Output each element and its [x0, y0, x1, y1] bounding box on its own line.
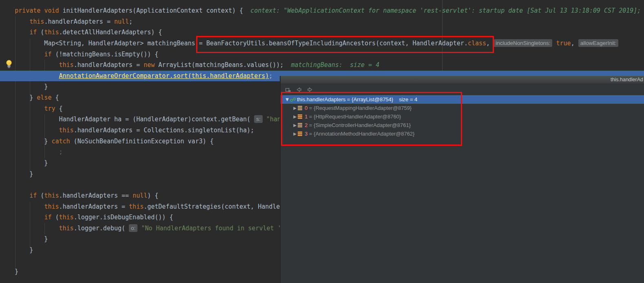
code-token: this — [129, 203, 144, 210]
code-token: } — [0, 246, 33, 254]
code-token: } — [0, 235, 48, 243]
code-token: } — [0, 268, 18, 275]
code-token — [0, 51, 44, 58]
code-token: else — [37, 94, 51, 101]
code-token: null — [114, 18, 129, 25]
code-token: } — [0, 94, 37, 101]
code-token: if — [29, 192, 37, 199]
code-token: { — [51, 94, 59, 101]
code-token: .handlerAdapters = — [44, 18, 114, 25]
code-token: try — [44, 105, 55, 112]
debugger-inline-hint: matchingBeans: size = 4 — [291, 61, 379, 69]
code-line[interactable]: this.handlerAdapters = null; — [0, 16, 644, 27]
code-token: this — [59, 214, 74, 221]
code-token — [0, 192, 29, 199]
code-token: if — [29, 29, 37, 36]
code-token: ( — [51, 214, 59, 221]
code-token: ( — [37, 192, 44, 199]
code-token — [0, 18, 29, 25]
code-token: ; — [129, 18, 133, 25]
code-token: void — [44, 7, 59, 14]
code-line[interactable]: this.handlerAdapters = new ArrayList(mat… — [0, 60, 644, 71]
code-token: , — [571, 40, 578, 47]
code-token: null — [133, 192, 147, 199]
parameter-hint-chip: o: — [129, 224, 137, 232]
debugger-inline-hint: context: "WebApplicationContext for name… — [250, 7, 644, 14]
code-token — [0, 127, 59, 134]
annotation-box-code — [196, 36, 494, 53]
parameter-hint-chip: s: — [254, 115, 263, 123]
code-token: this — [44, 29, 59, 36]
code-token: .getDefaultStrategies(context, HandlerA — [144, 203, 287, 210]
code-token: "No HandlerAdapters found in servlet '" — [141, 225, 285, 232]
code-token — [263, 116, 266, 123]
code-token: .detectAllHandlerAdapters) { — [59, 29, 162, 36]
parameter-hint-chip: allowEagerInit: — [578, 39, 619, 47]
code-token: (!matchingBeans.isEmpty()) { — [51, 51, 158, 58]
code-token: ( — [37, 29, 44, 36]
parameter-hint-chip: includeNonSingletons: — [494, 39, 552, 47]
code-token — [0, 29, 29, 36]
code-token: if — [44, 51, 51, 58]
code-token: this — [59, 225, 74, 232]
code-token: ArrayList(matchingBeans.values()); — [155, 61, 291, 69]
code-token — [0, 225, 59, 232]
code-token: ; — [0, 148, 63, 156]
code-token: .handlerAdapters = Collections.singleton… — [74, 127, 255, 134]
popup-title-text: this.handlerAd — [611, 77, 643, 82]
code-token: this — [44, 192, 59, 199]
code-token: this — [29, 18, 44, 25]
code-token: (NoSuchBeanDefinitionException var3) { — [70, 138, 214, 145]
intention-bulb-icon[interactable] — [5, 60, 13, 69]
popup-title-bar[interactable]: this.handlerAd — [281, 76, 644, 84]
code-token — [0, 72, 59, 80]
code-token: } — [0, 170, 33, 178]
code-token: .handlerAdapters = — [74, 61, 144, 69]
code-token — [0, 105, 44, 112]
code-token: AnnotationAwareOrderComparator.sort(this… — [59, 72, 269, 80]
code-token: ) { — [147, 192, 158, 199]
code-token: HandlerAdapter ha = (HandlerAdapter)cont… — [0, 116, 254, 123]
code-line[interactable]: private void initHandlerAdapters(Applica… — [0, 5, 644, 16]
code-token: catch — [51, 138, 70, 145]
code-token: { — [55, 105, 62, 112]
code-token — [0, 203, 44, 210]
code-token: true — [556, 40, 571, 47]
code-token — [0, 214, 44, 221]
code-token: } — [0, 159, 48, 167]
code-token: .logger.debug( — [74, 225, 129, 232]
code-token: private — [15, 7, 40, 14]
code-token: } — [0, 138, 51, 145]
ide-screen: private void initHandlerAdapters(Applica… — [0, 0, 644, 283]
code-token — [0, 7, 15, 14]
code-token: .handlerAdapters == — [59, 192, 133, 199]
code-token: ; — [269, 72, 272, 80]
code-token: } — [0, 83, 48, 90]
code-token: .handlerAdapters = — [59, 203, 129, 210]
code-token: new — [144, 61, 155, 69]
code-token: this — [59, 61, 74, 69]
code-token: this — [44, 203, 59, 210]
code-token: if — [44, 214, 51, 221]
code-token: this — [59, 127, 74, 134]
annotation-box-tree — [281, 92, 462, 146]
code-token: initHandlerAdapters(ApplicationContext c… — [59, 7, 251, 14]
code-token — [552, 40, 556, 47]
code-token: .logger.isDebugEnabled()) { — [74, 214, 173, 221]
